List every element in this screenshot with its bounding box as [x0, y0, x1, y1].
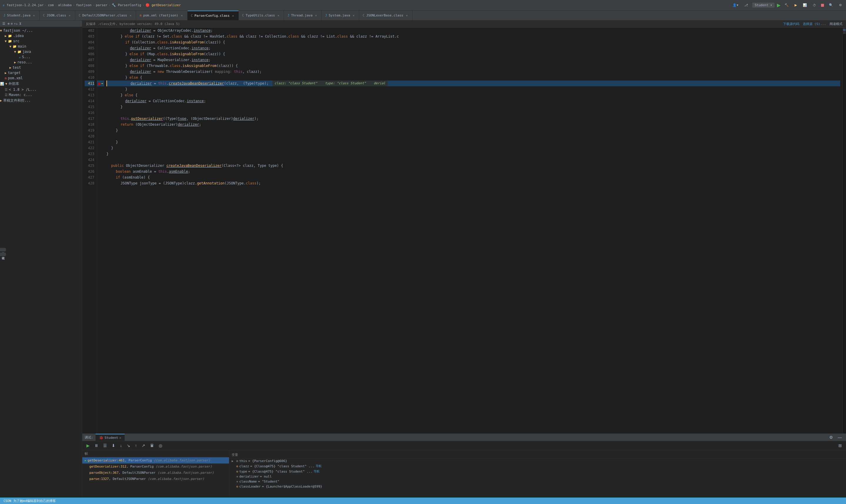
breadcrumb-parser[interactable]: parser	[96, 3, 108, 7]
run-to-cursor-btn[interactable]: ↗	[140, 442, 147, 449]
stop-button[interactable]: ⏹	[820, 3, 825, 8]
var-classname-icon: ≡	[236, 480, 238, 483]
tree-main[interactable]: ▼ 📁 main	[0, 44, 82, 49]
tab-pom[interactable]: m pom.xml (fastjson) ✕	[136, 11, 187, 20]
tab-json[interactable]: C JSON.class ✕	[40, 11, 75, 20]
tab-json-close[interactable]: ✕	[68, 14, 71, 17]
tab-student-close[interactable]: ✕	[32, 14, 36, 17]
tab-typeutils[interactable]: C TypeUtils.class ✕	[239, 11, 284, 20]
frame-item-2[interactable]: getDeserializer:312, ParserConfig (com.a…	[82, 464, 229, 470]
tab-thread[interactable]: J Thread.java ✕	[284, 11, 322, 20]
debug-tab-close[interactable]: ✕	[119, 436, 121, 439]
tab-thread-icon: J	[288, 14, 289, 17]
sidebar-icon1[interactable]: ⊕	[7, 22, 10, 25]
search-btn[interactable]: 🔍	[827, 3, 835, 7]
tree-maven[interactable]: ☰ Maven: c...	[0, 92, 82, 97]
gutter-414	[97, 98, 104, 104]
tab-jsonlexer-close[interactable]: ✕	[405, 14, 409, 17]
sidebar-icon2[interactable]: ⊙	[11, 22, 13, 25]
tab-pom-icon: m	[140, 14, 141, 17]
left-tab-structure[interactable]: 结构	[0, 248, 6, 251]
code-id: derializer	[130, 29, 151, 33]
debug-tab-student[interactable]: 🐞 Student ✕	[96, 434, 125, 441]
user-icon-btn[interactable]: 👤▾	[731, 3, 740, 7]
var-clazz-nav[interactable]: 导航	[316, 464, 322, 468]
frame-item-1[interactable]: ▶ getDeserializer:461, ParserConfig (com…	[82, 457, 229, 464]
tab-student[interactable]: J Student.java ✕	[0, 11, 40, 20]
debug-run-btn[interactable]: ▶	[793, 3, 799, 7]
gutter-411-bp[interactable]: ● →	[97, 80, 104, 86]
sidebar-icon3[interactable]: ↑↓	[14, 22, 18, 25]
tab-defaultjson-icon: C	[79, 14, 81, 17]
breadcrumb-alibaba[interactable]: alibaba	[58, 3, 71, 7]
tab-jsonlexer[interactable]: C JSONLexerBase.class ✕	[359, 11, 412, 20]
breadcrumb-jar[interactable]: fastjson-1.2.24.jar	[6, 3, 44, 7]
debug-stop-btn[interactable]: ☰	[101, 442, 109, 449]
tree-target[interactable]: ▶ target	[0, 70, 82, 75]
tree-pom[interactable]: m pom.xml	[0, 75, 82, 81]
force-step-into-btn[interactable]: ↘	[125, 442, 132, 449]
tab-thread-close[interactable]: ✕	[314, 14, 318, 17]
tab-parserconfig[interactable]: C ParserConfig.class ✕	[188, 11, 239, 20]
settings-btn[interactable]: ⚙	[837, 3, 844, 7]
tab-defaultjson[interactable]: C DefaultJSONParser.class ✕	[75, 11, 136, 20]
breadcrumb-fastjson[interactable]: fastjson	[76, 3, 91, 7]
breadcrumb-parserconfig[interactable]: 🔧 ParserConfig	[112, 3, 141, 7]
tab-typeutils-close[interactable]: ✕	[277, 14, 280, 17]
download-source-btn[interactable]: 下载源代码	[783, 22, 799, 26]
ln-424: 424	[85, 157, 94, 163]
tree-student-file[interactable]: ☕ S...	[0, 54, 82, 60]
debug-minimize-btn[interactable]: —	[836, 434, 844, 440]
mute-breakpoints-btn[interactable]: ◎	[157, 442, 164, 449]
var-this[interactable]: ▶ ⊙ this = {ParserConfig@606}	[229, 458, 846, 464]
var-classloader[interactable]: ⊙ classLoader = {Launcher$AppClassLoader…	[229, 484, 846, 489]
breadcrumb-method[interactable]: 🔴 getDeserializer	[145, 3, 181, 7]
tree-jdk[interactable]: ☰ < 1.8 > /L...	[0, 87, 82, 92]
vcs-btn[interactable]: ⎇	[743, 3, 750, 7]
tab-system[interactable]: J System.java ✕	[322, 11, 359, 20]
breadcrumb-com[interactable]: com	[48, 3, 54, 7]
tree-idea[interactable]: ▶ 📁 .idea	[0, 33, 82, 38]
var-classname[interactable]: ≡ className = "Student"	[229, 479, 846, 484]
pause-btn[interactable]: ⏸	[92, 442, 100, 449]
sidebar-menu-icon[interactable]: ☰	[2, 22, 5, 25]
sidebar-icon4[interactable]: ⊻	[19, 22, 21, 25]
var-this-expand[interactable]: ▶	[231, 460, 235, 463]
tree-java[interactable]: ▼ 📁 java	[0, 49, 82, 54]
var-derializer[interactable]: ≡ derializer = null	[229, 474, 846, 479]
sep4: ›	[92, 3, 94, 7]
tab-system-close[interactable]: ✕	[352, 14, 356, 17]
frame-1-name: getDeserializer:461, ParserConfig (com.a…	[88, 458, 210, 462]
step-over-btn[interactable]: ⬇	[110, 442, 117, 449]
resources-folder-icon: ▶	[14, 60, 16, 64]
var-clazz[interactable]: ⊙ clazz = {Class@475} "class Student" ..…	[229, 464, 846, 469]
step-into-btn[interactable]: ↓	[118, 442, 124, 449]
minimap-line6	[843, 32, 846, 33]
tree-fastjson[interactable]: ▼ fastjson ~/...	[0, 28, 82, 33]
coverage-btn[interactable]: 📊	[801, 3, 809, 7]
select-source-btn[interactable]: 选择源 (S)...	[803, 22, 826, 26]
reading-mode-btn[interactable]: 阅读模式	[830, 22, 843, 26]
ln-422: 422	[85, 145, 94, 151]
evaluate-btn[interactable]: 🖩	[148, 442, 156, 449]
tree-src[interactable]: ▼ 📁 src	[0, 38, 82, 44]
left-tab-favorites[interactable]: 收藏	[0, 253, 6, 256]
tab-pom-close[interactable]: ✕	[180, 14, 184, 17]
tab-defaultjson-close[interactable]: ✕	[129, 14, 132, 17]
tree-test[interactable]: ▶ test	[0, 65, 82, 70]
var-type-nav[interactable]: 导航	[314, 469, 320, 473]
tab-parserconfig-close[interactable]: ✕	[231, 14, 235, 18]
step-out-btn[interactable]: ↑	[133, 442, 139, 449]
debug-settings-btn[interactable]: ⚙	[828, 434, 835, 440]
tree-scratch[interactable]: ▶ 草稿文件和控...	[0, 97, 82, 104]
tree-external[interactable]: 📊 ▼ 外部库	[0, 81, 82, 87]
frame-item-3[interactable]: parseObject:367, DefaultJSONParser (com.…	[82, 470, 229, 476]
resume-btn[interactable]: ▶	[85, 442, 91, 449]
frame-item-4[interactable]: parse:1327, DefaultJSONParser (com.aliba…	[82, 476, 229, 482]
run-button[interactable]: ▶	[777, 2, 780, 8]
var-type[interactable]: ⊙ type = {Class@475} "class Student" ...…	[229, 469, 846, 474]
threads-btn[interactable]: ⊞	[836, 442, 844, 449]
build-btn[interactable]: 🔨	[783, 3, 791, 7]
profile-btn[interactable]: ⏱	[811, 3, 818, 7]
tree-resources[interactable]: ▶ reso...	[0, 60, 82, 65]
